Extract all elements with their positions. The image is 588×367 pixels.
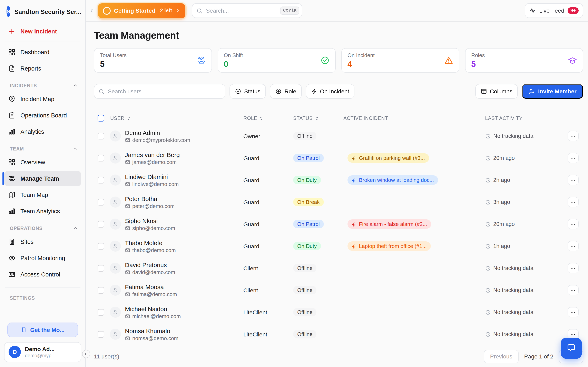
sidebar-item-label: Dashboard	[20, 49, 49, 55]
clipboard-icon	[8, 112, 16, 119]
user-email: david@demo.com	[125, 269, 175, 275]
get-mobile-app-button[interactable]: Get the Mo...	[7, 323, 78, 337]
row-checkbox[interactable]	[98, 331, 104, 337]
sidebar-item-analytics[interactable]: Analytics	[4, 124, 81, 140]
column-label: LAST ACTIVITY	[485, 115, 522, 121]
chevron-right-icon	[175, 8, 181, 13]
active-incident-cell: —	[342, 265, 483, 271]
sidebar-item-patrol-monitoring[interactable]: Patrol Monitoring	[4, 250, 81, 266]
mail-icon	[125, 291, 130, 297]
app-root: S Sandton Security Ser... New Incident D…	[0, 0, 588, 367]
user-name: Fatima Moosa	[125, 283, 177, 290]
column-header-status[interactable]: STATUS	[289, 115, 342, 121]
search-users-input[interactable]: Search users...	[94, 84, 225, 99]
status-badge: Offline	[293, 308, 317, 317]
row-checkbox[interactable]	[98, 287, 104, 293]
section-incidents[interactable]: INCIDENTS	[4, 77, 81, 91]
row-checkbox[interactable]	[98, 155, 104, 161]
row-checkbox[interactable]	[98, 243, 104, 249]
building-icon	[8, 238, 16, 245]
profile-email: demo@myp...	[25, 352, 56, 359]
getting-started-count: 2 left	[160, 8, 172, 13]
bolt-icon	[352, 178, 356, 183]
section-team[interactable]: TEAM	[4, 140, 81, 154]
status-filter-button[interactable]: Status	[229, 84, 266, 99]
sidebar-item-sites[interactable]: Sites	[4, 234, 81, 250]
sidebar-item-incident-map[interactable]: Incident Map	[4, 91, 81, 107]
sidebar-item-team-map[interactable]: Team Map	[4, 187, 81, 203]
last-activity: 20m ago	[483, 221, 563, 227]
sidebar-item-reports[interactable]: Reports	[4, 61, 81, 76]
avatar-icon	[110, 263, 121, 274]
previous-page-button[interactable]: Previous	[484, 350, 518, 363]
row-checkbox[interactable]	[98, 199, 104, 205]
sidebar-item-manage-team[interactable]: Manage Team	[4, 171, 81, 186]
sidebar-item-label: Manage Team	[20, 175, 59, 182]
incident-badge[interactable]: Broken window at loading doc...	[347, 175, 438, 185]
status-badge: On Patrol	[293, 154, 324, 162]
row-actions-button[interactable]	[567, 175, 579, 185]
bar-chart-icon	[8, 128, 16, 135]
row-actions-button[interactable]	[567, 307, 579, 317]
row-actions-button[interactable]	[567, 131, 579, 141]
eye-icon	[8, 254, 16, 262]
row-actions-button[interactable]	[567, 263, 579, 273]
row-checkbox[interactable]	[98, 177, 104, 183]
sidebar-collapse-button[interactable]	[82, 350, 90, 358]
column-header-user[interactable]: USER	[109, 115, 242, 121]
plus-icon	[8, 28, 16, 35]
user-role: LiteClient	[242, 331, 289, 337]
chat-bubble-icon	[566, 343, 576, 353]
role-filter-button[interactable]: Role	[270, 84, 302, 99]
incident-badge[interactable]: Graffiti on parking wall (#3...	[347, 153, 429, 163]
new-incident-button[interactable]: New Incident	[4, 24, 81, 39]
map-pin-icon	[8, 95, 16, 103]
table-footer: 11 user(s) Previous Page 1 of 2 Next	[94, 349, 583, 364]
incident-badge[interactable]: Laptop theft from office (#1...	[347, 242, 431, 251]
mail-icon	[125, 159, 130, 165]
row-actions-button[interactable]	[567, 219, 579, 229]
on-incident-filter-button[interactable]: On Incident	[306, 84, 355, 99]
last-activity: No tracking data	[483, 309, 563, 315]
user-profile-card[interactable]: D Demo Ad... demo@myp...	[4, 342, 81, 362]
sidebar-item-overview[interactable]: Overview	[4, 155, 81, 170]
notification-count-badge: 9+	[568, 7, 579, 14]
clock-icon	[485, 331, 491, 337]
column-header-role[interactable]: ROLE	[242, 115, 289, 121]
status-badge: Offline	[293, 286, 317, 294]
section-settings[interactable]: SETTINGS	[4, 290, 81, 300]
row-actions-button[interactable]	[567, 241, 579, 251]
sidebar-item-label: Team Map	[20, 192, 48, 198]
stats-row: Total Users 5 On Shift 0 On Incident 4	[94, 48, 583, 73]
row-checkbox[interactable]	[98, 133, 104, 139]
section-operations[interactable]: OPERATIONS	[4, 220, 81, 233]
table-row: Peter Botha peter@demo.com Guard On Brea…	[94, 191, 583, 213]
live-feed-button[interactable]: Live Feed 9+	[525, 3, 583, 18]
user-name: Michael Naidoo	[125, 305, 181, 312]
row-checkbox[interactable]	[98, 309, 104, 315]
org-switcher[interactable]: S Sandton Security Ser...	[0, 0, 85, 21]
columns-label: Columns	[490, 88, 512, 95]
on-incident-filter-label: On Incident	[320, 88, 349, 95]
row-checkbox[interactable]	[98, 221, 104, 227]
user-role: Guard	[242, 155, 289, 161]
global-search-input[interactable]: Search... CtrlK	[192, 3, 302, 18]
incident-badge[interactable]: Fire alarm - false alarm (#2...	[347, 219, 431, 229]
row-actions-button[interactable]	[567, 153, 579, 163]
row-checkbox[interactable]	[98, 265, 104, 271]
stat-value: 4	[347, 59, 453, 69]
columns-button[interactable]: Columns	[475, 84, 518, 99]
sidebar-item-operations-board[interactable]: Operations Board	[4, 108, 81, 123]
chat-widget-button[interactable]	[561, 338, 582, 359]
sidebar-item-dashboard[interactable]: Dashboard	[4, 44, 81, 60]
chevron-left-icon[interactable]	[89, 8, 95, 13]
mail-icon	[125, 313, 130, 319]
select-all-checkbox[interactable]	[98, 115, 104, 122]
row-actions-button[interactable]	[567, 197, 579, 207]
sidebar-item-team-analytics[interactable]: Team Analytics	[4, 203, 81, 219]
getting-started-button[interactable]: Getting Started 2 left	[98, 3, 186, 18]
invite-member-button[interactable]: Invite Member	[522, 84, 583, 99]
sidebar-item-access-control[interactable]: Access Control	[4, 267, 81, 282]
row-actions-button[interactable]	[567, 285, 579, 295]
page-content: Team Management Total Users 5 On Shift 0	[86, 30, 588, 364]
